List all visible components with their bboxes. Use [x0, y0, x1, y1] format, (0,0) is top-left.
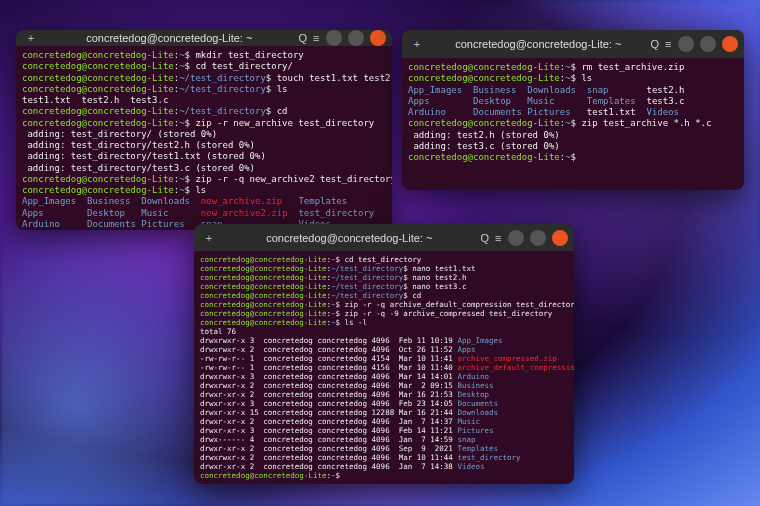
minimize-button[interactable]	[326, 30, 342, 46]
menu-icon[interactable]: ≡	[495, 232, 502, 244]
terminal-window-3[interactable]: + concretedog@concretedog-Lite: ~ Q ≡ co…	[194, 224, 574, 484]
terminal-window-2[interactable]: + concretedog@concretedog-Lite: ~ Q ≡ co…	[402, 30, 744, 190]
close-button[interactable]	[722, 36, 738, 52]
maximize-button[interactable]	[348, 30, 364, 46]
titlebar[interactable]: + concretedog@concretedog-Lite: ~ Q ≡	[194, 224, 574, 251]
terminal-window-1[interactable]: + concretedog@concretedog-Lite: ~ Q ≡ co…	[16, 30, 392, 230]
output: test1.txt test2.h test3.c	[22, 95, 168, 105]
menu-icon[interactable]: ≡	[313, 32, 320, 44]
minimize-button[interactable]	[678, 36, 694, 52]
new-tab-button[interactable]: +	[408, 38, 426, 50]
search-icon[interactable]: Q	[299, 32, 308, 44]
window-title: concretedog@concretedog-Lite: ~	[426, 38, 651, 50]
prompt-user: concretedog@concretedog-Lite	[22, 50, 174, 60]
prompt-path: ~	[179, 50, 184, 60]
titlebar[interactable]: + concretedog@concretedog-Lite: ~ Q ≡	[402, 30, 744, 58]
menu-icon[interactable]: ≡	[665, 38, 672, 50]
close-button[interactable]	[370, 30, 386, 46]
search-icon[interactable]: Q	[481, 232, 490, 244]
new-tab-button[interactable]: +	[22, 32, 40, 44]
search-icon[interactable]: Q	[651, 38, 660, 50]
titlebar[interactable]: + concretedog@concretedog-Lite: ~ Q ≡	[16, 30, 392, 46]
maximize-button[interactable]	[700, 36, 716, 52]
ls-output: drwxrwxr-x 3 concretedog concretedog 409…	[200, 336, 568, 471]
maximize-button[interactable]	[530, 230, 546, 246]
terminal-body[interactable]: concretedog@concretedog-Lite:~$ rm test_…	[402, 58, 744, 167]
terminal-body[interactable]: concretedog@concretedog-Lite:~$ cd test_…	[194, 251, 574, 484]
terminal-body[interactable]: concretedog@concretedog-Lite:~$ mkdir te…	[16, 46, 392, 230]
close-button[interactable]	[552, 230, 568, 246]
window-title: concretedog@concretedog-Lite: ~	[218, 232, 481, 244]
cmd: mkdir test_directory	[195, 50, 303, 60]
minimize-button[interactable]	[508, 230, 524, 246]
window-title: concretedog@concretedog-Lite: ~	[40, 32, 299, 44]
new-tab-button[interactable]: +	[200, 232, 218, 244]
